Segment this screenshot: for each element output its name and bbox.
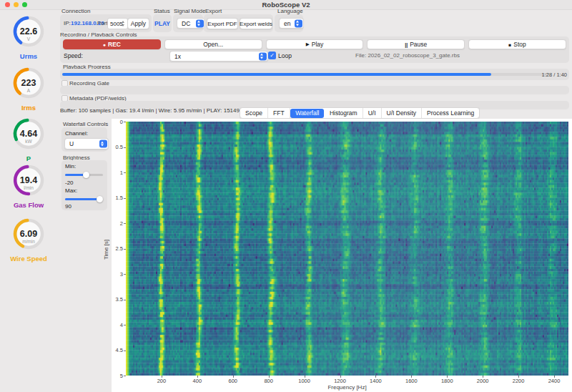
spectrogram-canvas[interactable] [126, 122, 568, 376]
y-tick-mark [124, 249, 126, 250]
signal-mode-group: DC [173, 14, 203, 32]
gauge-ring: 19.4 l/min [7, 163, 50, 197]
apply-button[interactable]: Apply [127, 18, 149, 29]
recording-gate-group [60, 86, 569, 94]
file-label: File: 2026_02_02_roboscope_3_gate.rbs [329, 52, 486, 59]
language-value: en [284, 20, 290, 27]
language-group-label: Language [277, 8, 303, 14]
y-tick-label: 0.5 [112, 144, 123, 150]
tab-u-i[interactable]: U/I [363, 108, 382, 118]
slider-knob[interactable] [97, 196, 103, 202]
tab-fft[interactable]: FFT [268, 108, 290, 118]
brightness-max-slider[interactable] [65, 196, 103, 202]
tab-u-i-density[interactable]: U/I Density [382, 108, 423, 118]
port-input[interactable]: 5005 [107, 18, 128, 29]
progress-track[interactable] [62, 73, 550, 76]
brightness-min-label: Min: [65, 163, 76, 170]
x-tick-label: 1400 [370, 378, 382, 384]
speed-select[interactable]: 1x [169, 51, 268, 62]
tab-scope[interactable]: Scope [240, 108, 268, 118]
y-tick-mark [124, 376, 126, 376]
gauge-unit: kW [25, 139, 32, 144]
gauge-name: Wire Speed [7, 255, 50, 263]
export-pdf-button[interactable]: Export PDF [207, 18, 238, 29]
speed-label: Speed: [64, 52, 83, 59]
gauge-ring: 4.64 kW [7, 117, 50, 151]
playback-progress-group: 1:28 / 1:40 [60, 69, 569, 80]
speed-value: 1x [174, 53, 181, 60]
brightness-max-label: Max: [65, 187, 77, 194]
y-tick-label: 4 [112, 322, 123, 328]
x-tick-label: 1200 [334, 378, 346, 384]
signal-mode-select[interactable]: DC [177, 18, 205, 29]
gauge-name: P [7, 155, 50, 162]
y-tick-mark [124, 147, 126, 148]
play-icon: ▶ [306, 41, 310, 47]
y-tick-mark [124, 122, 126, 122]
y-tick-mark [124, 223, 126, 224]
brightness-min-slider[interactable] [65, 172, 103, 178]
port-stepper-icon[interactable] [121, 19, 127, 29]
status-group-label: Status [154, 8, 170, 14]
signal-mode-value: DC [182, 20, 190, 27]
loop-checkbox[interactable]: ✓ [268, 52, 276, 59]
rec-button[interactable]: ● REC [63, 39, 161, 49]
y-tick-label: 1.5 [112, 195, 123, 201]
play-button[interactable]: ▶ Play [266, 39, 364, 49]
pause-button[interactable]: || Pause [367, 39, 465, 49]
play-button-label: Play [312, 41, 324, 48]
y-tick-label: 2 [112, 220, 123, 227]
x-tick-label: 2400 [548, 378, 561, 384]
y-tick-label: 3.5 [112, 296, 123, 303]
x-tick-label: 2000 [477, 378, 489, 384]
tab-waterfall[interactable]: Waterfall [290, 109, 324, 118]
brightness-group: Min: -20 Max: 90 [61, 160, 107, 210]
gauge-unit: A [27, 88, 31, 93]
open-button[interactable]: Open... [164, 39, 262, 49]
x-tick-label: 600 [228, 378, 237, 384]
y-tick-label: 2.5 [112, 245, 123, 252]
stop-icon: ■ [508, 42, 511, 47]
tab-process-learning[interactable]: Process Learning [422, 108, 479, 118]
gauge-unit: V [27, 36, 31, 41]
tab-histogram[interactable]: Histogram [325, 108, 363, 118]
gauge-name: Gas Flow [7, 201, 50, 209]
x-tick-label: 200 [157, 378, 167, 384]
x-tick-label: 2200 [513, 378, 525, 384]
tab-bar: ScopeFFTWaterfallHistogramU/IU/I Density… [240, 107, 480, 119]
slider-knob[interactable] [83, 172, 89, 178]
export-group-label: Export [205, 8, 222, 14]
y-tick-label: 3 [112, 271, 123, 278]
pause-button-label: Pause [410, 41, 427, 48]
x-axis-label: Frequency [Hz] [126, 384, 568, 391]
channel-select[interactable]: U [64, 138, 109, 150]
y-tick-mark [124, 274, 126, 275]
language-group: en [275, 14, 303, 32]
language-stepper-icon [295, 19, 302, 27]
export-welds-button[interactable]: Export welds [240, 18, 272, 29]
connection-group-label: Connection [61, 8, 90, 14]
brightness-max-value: 90 [65, 203, 72, 210]
pause-icon: || [405, 42, 408, 47]
stop-button[interactable]: ■ Stop [468, 39, 566, 49]
gauge-ring: 6.09 m/min [7, 217, 50, 251]
channel-label: Channel: [65, 130, 88, 137]
y-tick-mark [124, 172, 126, 173]
y-tick-label: 5 [112, 373, 123, 379]
gauge-p: 4.64 kW P [7, 117, 50, 162]
language-select[interactable]: en [279, 18, 304, 29]
gauge-name: Irms [7, 104, 50, 112]
gauge-ring: 22.6 V [7, 14, 50, 49]
gauge-value: 6.09 [20, 229, 37, 239]
gauge-wire-speed: 6.09 m/min Wire Speed [7, 217, 50, 263]
y-tick-mark [124, 351, 126, 351]
y-axis-label: Time [s] [103, 228, 110, 271]
gauge-value: 19.4 [20, 175, 37, 185]
loop-label: Loop [278, 52, 292, 59]
rec-button-label: REC [108, 41, 121, 48]
signal-mode-group-label: Signal Mode [174, 8, 205, 14]
gauge-ring: 223 A [7, 66, 50, 100]
gauge-name: Urms [7, 52, 50, 60]
x-tick-label: 1800 [441, 378, 453, 384]
gauge-value: 223 [21, 78, 36, 88]
